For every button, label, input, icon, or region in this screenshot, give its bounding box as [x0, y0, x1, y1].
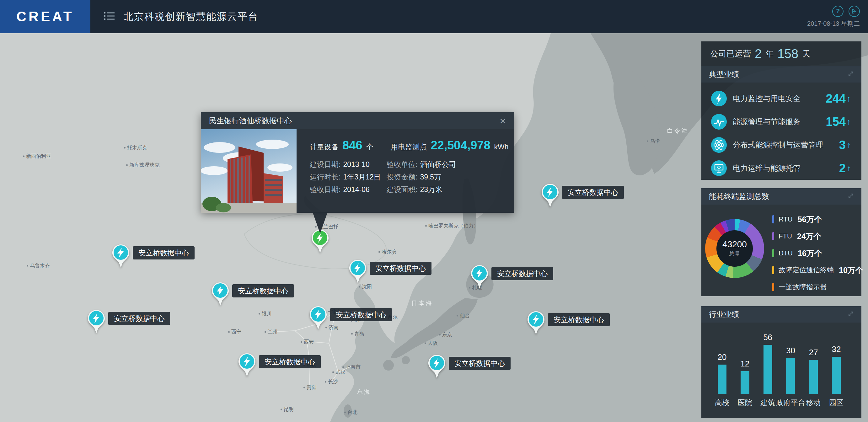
- typical-item-label: 电力运维与能源托管: [733, 163, 839, 173]
- bar-rect: [786, 358, 795, 394]
- up-arrow-icon: ↑: [847, 94, 851, 103]
- up-arrow-icon: ↑: [847, 140, 851, 150]
- map-city-label: 银川: [258, 311, 272, 317]
- bar-category: 建筑: [761, 398, 775, 407]
- expand-icon[interactable]: [847, 70, 854, 79]
- typical-item-value: 3: [839, 138, 846, 152]
- atom-icon: [711, 137, 727, 153]
- datacenter-popup: 民生银行酒仙桥数据中心 ×: [201, 112, 514, 213]
- map-city-label: 托木斯克: [124, 144, 147, 151]
- popup-stat: 计量设备846个: [310, 139, 373, 152]
- industry-bar-chart: 20高校12医院56建筑30政府平台27移动32园区: [712, 331, 846, 407]
- bar-value: 56: [763, 332, 772, 342]
- bar-value: 12: [740, 359, 749, 369]
- typical-item-value: 154: [826, 115, 846, 129]
- legend-item: 一遥故障指示器: [772, 279, 858, 296]
- map-city-label: 哈尔滨: [378, 249, 397, 255]
- marker-label[interactable]: 安立桥数据中心: [491, 267, 553, 280]
- legend-label: 一遥故障指示器: [779, 282, 827, 292]
- popup-detail-row: 建设日期:2013-10: [310, 158, 385, 171]
- legend-value: 56万个: [798, 214, 822, 225]
- map-city-label: 乌卡: [647, 138, 660, 144]
- typical-item-label: 分布式能源控制与运营管理: [733, 140, 839, 150]
- map-sea-label: 白令海: [667, 127, 689, 135]
- operating-prefix: 公司已运营: [710, 48, 751, 59]
- operating-years-unit: 年: [765, 48, 774, 59]
- typical-performance-list: 电力监控与用电安全244↑能源管理与节能服务154↑分布式能源控制与运营管理3↑…: [701, 83, 861, 180]
- datacenter-photo: [201, 129, 297, 213]
- logout-icon[interactable]: [848, 6, 860, 17]
- legend-swatch: [772, 266, 774, 274]
- marker-label[interactable]: 安立桥数据中心: [232, 284, 294, 297]
- bar-category: 医院: [738, 398, 752, 407]
- map-sea-label: 东海: [357, 388, 371, 396]
- bar-value: 30: [786, 346, 795, 356]
- typical-performance-item[interactable]: 分布式能源控制与运营管理3↑: [701, 133, 861, 157]
- map-city-label: 青岛: [351, 331, 364, 337]
- popup-title: 民生银行酒仙桥数据中心: [209, 116, 292, 126]
- bar-rect: [741, 371, 749, 394]
- marker-label[interactable]: 安立桥数据中心: [370, 262, 432, 275]
- map-city-label: 哈巴罗夫斯克（伯力）: [425, 223, 478, 229]
- up-arrow-icon: ↑: [847, 163, 851, 173]
- typical-performance-item[interactable]: 能源管理与节能服务154↑: [701, 110, 861, 133]
- map-city-label: 大阪: [425, 340, 438, 347]
- map-city-label: 新西伯利亚: [23, 153, 51, 160]
- terminals-header: 能耗终端监测总数: [701, 188, 861, 204]
- typical-performance-item[interactable]: 电力运维与能源托管2↑: [701, 157, 861, 180]
- header-date: 2017-08-13 星期二: [807, 20, 860, 28]
- donut-total-value: 43200: [722, 239, 747, 250]
- industry-bar: 30政府平台: [780, 331, 801, 407]
- bar-rect: [764, 345, 772, 394]
- terminals-donut-chart: 43200 总量: [705, 219, 764, 278]
- legend-label: DTU: [779, 249, 793, 257]
- map-city-label: 新库兹涅茨克: [126, 162, 159, 168]
- marker-label[interactable]: 安立桥数据中心: [259, 355, 321, 368]
- legend-value: 16万个: [798, 248, 822, 259]
- terminals-legend: RTU56万个FTU24万个DTU16万个故障定位通信终端10万个一遥故障指示器: [772, 211, 858, 296]
- typical-performance-item[interactable]: 电力监控与用电安全244↑: [701, 87, 861, 110]
- lightning-icon: [711, 90, 727, 107]
- marker-label[interactable]: 安立桥数据中心: [133, 246, 194, 259]
- expand-icon[interactable]: [847, 192, 854, 201]
- panel-terminals: 能耗终端监测总数 43200 总量 RTU56万个FTU24万个DTU16万个故…: [701, 188, 861, 296]
- operating-summary: 公司已运营 2 年 158 天: [701, 41, 861, 66]
- expand-icon[interactable]: [847, 310, 854, 319]
- industry-bar: 27移动: [803, 331, 824, 407]
- legend-swatch: [772, 249, 774, 257]
- panel-industry: 行业业绩 20高校12医院56建筑30政府平台27移动32园区: [701, 306, 861, 418]
- page-title: 北京科税创新智慧能源云平台: [124, 10, 258, 23]
- close-icon[interactable]: ×: [500, 116, 506, 126]
- bar-category: 园区: [829, 398, 843, 407]
- map-city-label: 仙台: [457, 313, 470, 319]
- bar-rect: [809, 360, 818, 394]
- energy-wave-icon: [711, 113, 727, 130]
- marker-label[interactable]: 安立桥数据中心: [449, 357, 510, 370]
- marker-label[interactable]: 安立桥数据中心: [548, 313, 610, 326]
- panel-company: 公司已运营 2 年 158 天 典型业绩 电力监控与用电安全244↑能源管理与节…: [701, 41, 861, 180]
- brand-logo: CREAT: [0, 0, 90, 33]
- top-bar: CREAT 北京科税创新智慧能源云平台 ? 2017-08-13 星期二: [0, 0, 868, 33]
- industry-bar: 56建筑: [758, 331, 778, 407]
- legend-item: DTU16万个: [772, 245, 858, 262]
- ops-gear-icon: [711, 160, 727, 176]
- popup-pointer: [313, 212, 328, 233]
- industry-bar: 20高校: [712, 331, 732, 407]
- industry-header: 行业业绩: [701, 306, 861, 323]
- popup-details-right: 验收单位:酒仙桥公司投资金额:39.5万建设面积:23万米: [386, 158, 493, 196]
- legend-item: 故障定位通信终端10万个: [772, 262, 858, 279]
- map-city-label: 武汉: [332, 369, 345, 376]
- marker-label[interactable]: 安立桥数据中心: [562, 186, 624, 199]
- operating-years: 2: [755, 47, 762, 61]
- up-arrow-icon: ↑: [847, 117, 851, 127]
- bar-category: 政府平台: [776, 398, 805, 407]
- map-sea-label: 日本海: [411, 299, 433, 307]
- legend-swatch: [772, 232, 774, 240]
- legend-value: 24万个: [797, 231, 822, 241]
- marker-label[interactable]: 安立桥数据中心: [330, 308, 392, 321]
- menu-icon[interactable]: [103, 11, 116, 22]
- help-icon[interactable]: ?: [832, 6, 843, 17]
- marker-label[interactable]: 安立桥数据中心: [108, 312, 170, 325]
- operating-days-unit: 天: [802, 48, 810, 59]
- bar-category: 移动: [806, 398, 820, 407]
